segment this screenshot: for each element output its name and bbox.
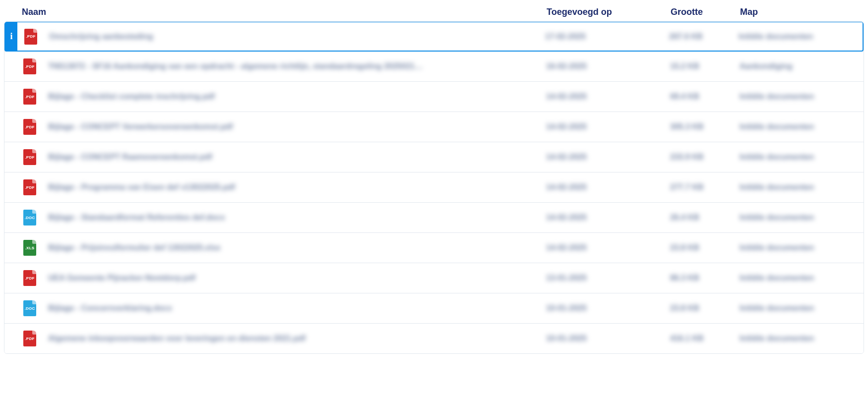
file-map: Initiële documenten	[740, 304, 864, 313]
cell-map: Aankondiging	[740, 62, 864, 71]
col-header-map[interactable]: Map	[740, 7, 864, 17]
cell-size: 233.9 KB	[670, 153, 740, 162]
info-icon[interactable]: i	[5, 22, 17, 51]
col-header-size[interactable]: Grootte	[671, 7, 740, 17]
file-size: 233.9 KB	[670, 153, 740, 162]
file-map: Initiële documenten	[740, 243, 864, 252]
table-row[interactable]: .PDFBijlage - CONCEPT Verwerkersovereenk…	[4, 112, 864, 142]
file-date: 14-02-2025	[546, 183, 670, 192]
table-row[interactable]: .DOCBijlage - Concernverklaring.docx10-0…	[4, 293, 864, 323]
file-table: i.PDFOmschrijving aanbesteding17-02-2025…	[4, 21, 864, 354]
table-row[interactable]: .PDFBijlage - CONCEPT Raamovereenkomst.p…	[4, 142, 864, 172]
file-ext-label: .PDF	[25, 185, 34, 190]
file-size: 416.1 KB	[670, 334, 740, 343]
row-info-wrap	[4, 263, 18, 293]
cell-date: 14-02-2025	[546, 153, 670, 162]
cell-name[interactable]: Bijlage - Programma van Eisen def v13022…	[44, 183, 546, 192]
cell-name[interactable]: Bijlage - CONCEPT Verwerkersovereenkomst…	[44, 122, 546, 131]
cell-date: 16-02-2025	[546, 62, 670, 71]
cell-map: Initiële documenten	[740, 334, 864, 343]
file-size: 277.7 KB	[670, 183, 740, 192]
file-name: Algemene inkoopvoorwaarden voor levering…	[48, 334, 455, 343]
file-size: 86.3 KB	[670, 274, 740, 282]
cell-name[interactable]: Omschrijving aanbesteding	[45, 32, 545, 41]
file-map: Initiële documenten	[740, 92, 864, 101]
row-info-wrap	[4, 324, 18, 353]
cell-map: Initiële documenten	[740, 304, 864, 313]
table-row[interactable]: .PDFAlgemene inkoopvoorwaarden voor leve…	[4, 323, 864, 353]
row-info-wrap	[4, 203, 18, 232]
file-size: 23.8 KB	[670, 304, 740, 313]
table-row[interactable]: .PDFBijlage - Programma van Eisen def v1…	[4, 172, 864, 202]
cell-date: 14-02-2025	[546, 213, 670, 222]
table-row[interactable]: .PDFUEA Gemeente Pijnacker-Nootdorp.pdf1…	[4, 263, 864, 293]
cell-date: 13-01-2025	[546, 274, 670, 282]
cell-name[interactable]: UEA Gemeente Pijnacker-Nootdorp.pdf	[44, 274, 546, 282]
file-date: 14-02-2025	[546, 243, 670, 252]
file-map: Initiële documenten	[740, 122, 864, 131]
col-header-date[interactable]: Toegevoegd op	[547, 7, 671, 17]
file-ext-label: .PDF	[26, 34, 35, 39]
cell-size: 15.2 KB	[670, 62, 740, 71]
cell-date: 14-02-2025	[546, 92, 670, 101]
file-date: 14-02-2025	[546, 92, 670, 101]
row-info-wrap	[4, 293, 18, 323]
row-info-wrap	[4, 82, 18, 112]
file-ext-label: .DOC	[24, 306, 35, 311]
pdf-file-icon: .PDF	[24, 29, 37, 45]
table-row[interactable]: .PDFTN513072 - SF16 Aankondiging van een…	[4, 51, 864, 81]
file-size: 23.8 KB	[670, 243, 740, 252]
cell-size: 267.6 KB	[669, 32, 739, 41]
file-size: 26.4 KB	[670, 213, 740, 222]
cell-name[interactable]: Bijlage - Checklist complete inschrijvin…	[44, 92, 546, 101]
file-name: Bijlage - CONCEPT Raamovereenkomst.pdf	[48, 153, 455, 162]
cell-name[interactable]: Bijlage - Standaardformat Referenties de…	[44, 213, 546, 222]
cell-size: 416.1 KB	[670, 334, 740, 343]
cell-date: 10-01-2025	[546, 304, 670, 313]
cell-name[interactable]: Algemene inkoopvoorwaarden voor levering…	[44, 334, 546, 343]
file-map: Initiële documenten	[740, 213, 864, 222]
cell-size: 69.4 KB	[670, 92, 740, 101]
pdf-file-icon: .PDF	[23, 58, 36, 74]
col-header-name[interactable]: Naam	[18, 7, 547, 17]
cell-map: Initiële documenten	[740, 213, 864, 222]
cell-size: 305.3 KB	[670, 122, 740, 131]
cell-name[interactable]: Bijlage - CONCEPT Raamovereenkomst.pdf	[44, 153, 546, 162]
table-row[interactable]: .DOCBijlage - Standaardformat Referentie…	[4, 202, 864, 232]
file-size: 69.4 KB	[670, 92, 740, 101]
pdf-file-icon: .PDF	[23, 89, 36, 105]
file-date: 14-02-2025	[546, 213, 670, 222]
file-size: 305.3 KB	[670, 122, 740, 131]
table-row[interactable]: .XLSBijlage - Prijsinvulformulier def 13…	[4, 232, 864, 263]
pdf-file-icon: .PDF	[23, 179, 36, 195]
file-date: 13-01-2025	[546, 274, 670, 282]
doc-file-icon: .DOC	[23, 300, 36, 316]
table-row[interactable]: i.PDFOmschrijving aanbesteding17-02-2025…	[4, 21, 864, 52]
cell-date: 14-02-2025	[546, 243, 670, 252]
file-map: Initiële documenten	[740, 274, 864, 282]
file-name: Bijlage - CONCEPT Verwerkersovereenkomst…	[48, 122, 455, 131]
cell-name[interactable]: Bijlage - Prijsinvulformulier def 130220…	[44, 243, 546, 252]
cell-map: Initiële documenten	[740, 153, 864, 162]
table-header: Naam Toegevoegd op Grootte Map	[4, 4, 864, 21]
cell-name[interactable]: TN513072 - SF16 Aankondiging van een opd…	[44, 62, 546, 71]
row-info-wrap	[4, 142, 18, 172]
file-name: Omschrijving aanbesteding	[49, 32, 456, 41]
cell-map: Initiële documenten	[740, 243, 864, 252]
row-info-wrap: i	[5, 22, 19, 51]
cell-map: Initiële documenten	[740, 183, 864, 192]
table-row[interactable]: .PDFBijlage - Checklist complete inschri…	[4, 81, 864, 112]
file-date: 14-02-2025	[546, 122, 670, 131]
file-ext-label: .DOC	[24, 216, 35, 220]
file-map: Initiële documenten	[740, 334, 864, 343]
pdf-file-icon: .PDF	[23, 149, 36, 165]
file-size: 15.2 KB	[670, 62, 740, 71]
pdf-file-icon: .PDF	[23, 270, 36, 286]
file-ext-label: .PDF	[25, 95, 34, 99]
row-info-wrap	[4, 52, 18, 81]
row-info-wrap	[4, 112, 18, 142]
file-ext-label: .XLS	[25, 246, 35, 250]
cell-name[interactable]: Bijlage - Concernverklaring.docx	[44, 304, 546, 313]
file-name: Bijlage - Standaardformat Referenties de…	[48, 213, 455, 222]
file-date: 17-02-2025	[545, 32, 669, 41]
